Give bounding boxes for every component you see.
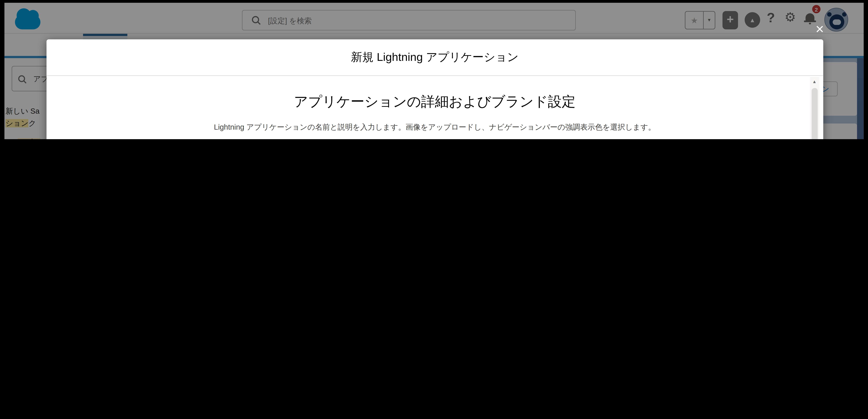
modal-title: 新規 Lightning アプリケーション [46, 49, 823, 64]
frame-top [0, 0, 868, 3]
scroll-up-icon[interactable]: ▲ [810, 79, 819, 84]
wizard-step-heading: アプリケーションの詳細およびブランド設定 [46, 92, 823, 111]
salesforce-setup-page: ★ ▼ + ▲ ? ⚙ 2 新しい Sa ションク ∨ アプリ Ap イ ∨ L… [0, 0, 868, 139]
new-lightning-app-modal: 新規 Lightning アプリケーション アプリケーションの詳細およびブランド… [46, 39, 823, 139]
frame-left [0, 0, 4, 139]
modal-scrollbar-thumb[interactable] [811, 88, 817, 139]
frame-right [864, 0, 868, 139]
modal-body: アプリケーションの詳細およびブランド設定 Lightning アプリケーションの… [46, 76, 823, 139]
modal-close-icon[interactable]: × [815, 22, 824, 36]
wizard-step-subheading: Lightning アプリケーションの名前と説明を入力します。画像をアップロード… [46, 122, 823, 132]
